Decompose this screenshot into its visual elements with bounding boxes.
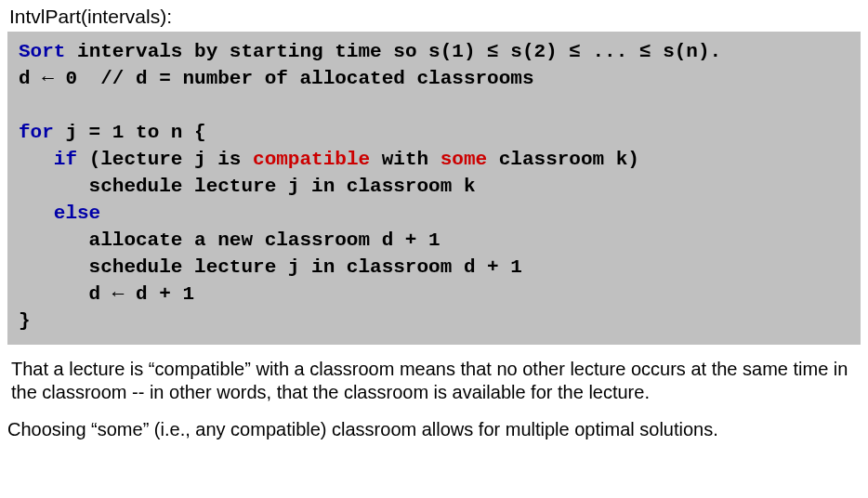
code-indent (19, 149, 54, 170)
code-keyword-for: for (19, 122, 54, 143)
code-text: schedule lecture j in classroom k (19, 176, 475, 197)
code-text: with (370, 149, 441, 170)
code-indent (19, 203, 54, 224)
code-text: classroom k) (487, 149, 639, 170)
code-text: d ← 0 // d = number of allocated classro… (19, 68, 534, 89)
explanation-paragraph-2: Choosing “some” (i.e., any compatible) c… (7, 418, 859, 442)
pseudocode-block: Sort intervals by starting time so s(1) … (7, 32, 861, 345)
code-keyword-else: else (54, 203, 100, 224)
code-keyword-sort: Sort (19, 41, 65, 62)
code-keyword-some: some (441, 149, 487, 170)
code-text: intervals by starting time so s(1) ≤ s(2… (65, 41, 721, 62)
explanation-paragraph-1: That a lecture is “compatible” with a cl… (11, 358, 859, 405)
code-keyword-compatible: compatible (253, 149, 370, 170)
code-text: } (19, 310, 31, 332)
code-text: d ← d + 1 (19, 283, 194, 305)
code-text: allocate a new classroom d + 1 (19, 229, 441, 251)
algorithm-title: IntvlPart(intervals): (9, 6, 861, 28)
code-keyword-if: if (54, 149, 77, 170)
code-text: j = 1 to n { (54, 122, 206, 143)
code-text: (lecture j is (77, 149, 253, 170)
code-text: schedule lecture j in classroom d + 1 (19, 256, 522, 278)
